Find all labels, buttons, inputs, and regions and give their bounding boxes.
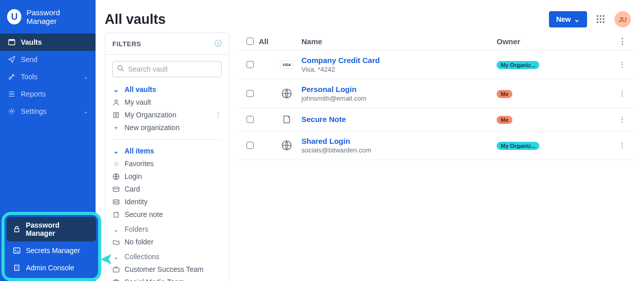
filter-folders[interactable]: ⌄ Folders [112,223,222,236]
filter-secure-note[interactable]: Secure note [112,208,222,221]
search-input[interactable] [112,61,222,77]
svg-point-20 [114,201,115,202]
svg-rect-2 [15,229,19,232]
filter-all-vaults[interactable]: ⌄ All vaults [112,83,222,96]
switcher-password-manager[interactable]: Password Manager [7,217,96,241]
topbar: All vaults New ⌄ JU [96,0,644,33]
filter-label: Login [125,171,142,182]
svg-rect-10 [603,18,604,20]
avatar[interactable]: JU [615,11,631,27]
item-sub: Visa, *4242 [301,66,497,73]
svg-rect-3 [14,248,20,254]
filter-label: All vaults [125,84,156,95]
wrench-icon [8,73,16,80]
plus-icon: + [112,123,120,133]
col-name-label: Name [301,37,497,46]
header-menu-icon[interactable]: ⋮ [614,37,631,46]
owner-badge: My Organiz... [497,142,539,150]
filter-label: My vault [125,97,151,108]
table-row: VISA Company Credit Card Visa, *4242 My … [238,50,634,79]
item-sub: socials@bitwarden.com [301,146,497,154]
org-icon [112,112,120,118]
nav-send[interactable]: Send [0,51,96,68]
svg-point-15 [115,100,117,103]
new-button[interactable]: New ⌄ [549,11,587,27]
svg-rect-13 [603,21,604,23]
switcher-label: Admin Console [26,264,74,272]
nav-tools[interactable]: Tools ⌄ [0,68,96,85]
item-name[interactable]: Secure Note [301,115,497,123]
item-sub: johnsmith@email.com [301,95,497,102]
row-checkbox[interactable] [247,116,254,123]
svg-rect-5 [597,15,598,17]
col-owner-label: Owner [497,37,614,46]
owner-badge: My Organiz... [497,61,539,69]
table-row: Secure Note Me ⋮ [238,108,634,131]
nav-label: Send [21,55,88,64]
filter-label: Identity [125,197,147,207]
note-icon [112,211,120,218]
lock-icon [13,226,21,233]
brand-name: Password Manager [26,8,88,25]
filter-no-folder[interactable]: No folder [112,236,222,248]
filter-label: Card [125,184,140,195]
filter-label: Social Media Team [125,277,185,281]
filters-header: FILTERS ⓘ [105,33,229,55]
filter-favorites[interactable]: ☆ Favorites [112,158,222,170]
top-actions: New ⌄ JU [549,11,631,27]
col-all-label: All [259,37,279,46]
note-icon [279,114,294,125]
select-all-checkbox[interactable] [247,38,254,45]
nav-vaults[interactable]: Vaults [0,34,96,51]
nav-settings[interactable]: Settings ⌄ [0,103,96,120]
help-icon[interactable]: ⓘ [214,39,222,48]
filter-label: Secure note [125,209,163,220]
filter-identity[interactable]: Identity [112,196,222,208]
filter-my-organization[interactable]: My Organization ⋮ [112,109,222,121]
row-menu-icon[interactable]: ⋮ [614,115,631,123]
star-icon: ☆ [112,159,120,169]
main: All vaults New ⌄ JU FILTERS ⓘ [96,0,644,281]
filter-collection-cst[interactable]: Customer Success Team [112,263,222,276]
svg-rect-8 [597,18,598,20]
filter-collections[interactable]: ⌄ Collections [112,251,222,263]
chevron-down-icon: ⌄ [112,85,120,95]
switcher-admin-console[interactable]: Admin Console [7,260,96,276]
apps-grid-icon[interactable] [594,13,607,26]
item-name[interactable]: Shared Login [301,137,497,145]
table-row: Shared Login socials@bitwarden.com My Or… [238,131,634,160]
filter-login[interactable]: Login [112,170,222,183]
more-icon[interactable]: ⋮ [214,110,222,120]
nav-label: Vaults [21,38,88,46]
filter-card[interactable]: Card [112,183,222,196]
filter-my-vault[interactable]: My vault [112,96,222,109]
new-button-label: New [556,15,571,23]
filter-new-organization[interactable]: + New organization [112,121,222,134]
row-checkbox[interactable] [247,90,254,97]
id-icon [112,199,120,205]
table-header: All Name Owner ⋮ [238,33,634,50]
filter-label: Favorites [125,159,154,169]
filter-collection-smt[interactable]: Social Media Team [112,276,222,281]
item-name[interactable]: Personal Login [301,85,497,93]
row-checkbox[interactable] [247,142,254,149]
item-name[interactable]: Company Credit Card [301,56,497,65]
row-menu-icon[interactable]: ⋮ [614,60,631,69]
terminal-icon [13,247,21,254]
nav-reports[interactable]: Reports [0,85,96,103]
chevron-down-icon: ⌄ [112,225,120,235]
visa-icon: VISA [279,59,294,70]
row-menu-icon[interactable]: ⋮ [614,89,631,98]
nav-label: Settings [21,107,78,115]
brand[interactable]: U Password Manager [0,0,96,34]
filter-all-items[interactable]: ⌄ All items [112,145,222,158]
switcher-secrets-manager[interactable]: Secrets Manager [7,242,96,259]
row-menu-icon[interactable]: ⋮ [614,141,631,149]
svg-rect-12 [600,21,601,23]
nav-label: Tools [21,73,78,81]
row-checkbox[interactable] [247,61,254,68]
svg-rect-18 [113,187,119,191]
archive-icon [8,39,16,46]
filters-panel: FILTERS ⓘ ⌄ All vaults [105,33,229,281]
filter-label: All items [125,146,154,157]
